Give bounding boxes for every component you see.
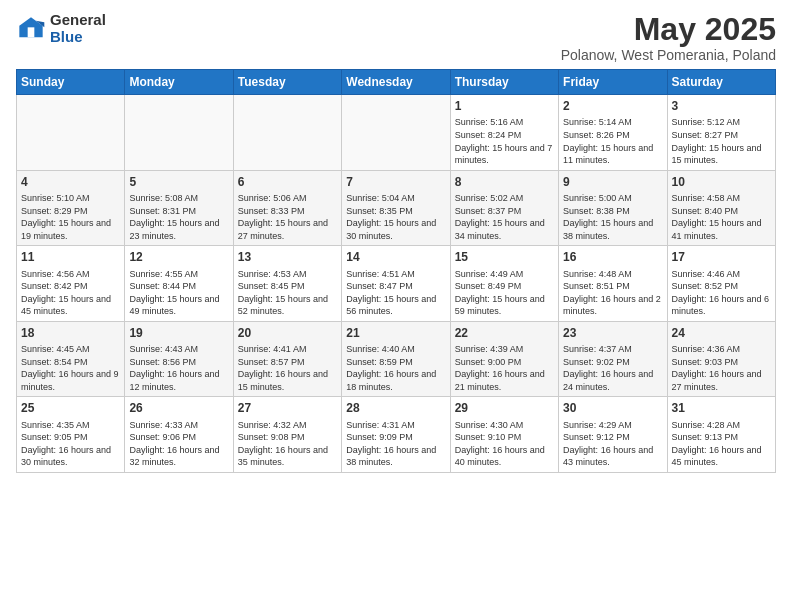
header-tuesday: Tuesday <box>233 70 341 95</box>
calendar-table: Sunday Monday Tuesday Wednesday Thursday… <box>16 69 776 473</box>
day-info: Sunrise: 4:45 AM Sunset: 8:54 PM Dayligh… <box>21 343 120 393</box>
day-cell: 28Sunrise: 4:31 AM Sunset: 9:09 PM Dayli… <box>342 397 450 473</box>
day-number: 1 <box>455 98 554 114</box>
logo-icon <box>16 14 46 44</box>
day-number: 30 <box>563 400 662 416</box>
calendar-subtitle: Polanow, West Pomerania, Poland <box>561 47 776 63</box>
day-info: Sunrise: 4:51 AM Sunset: 8:47 PM Dayligh… <box>346 268 445 318</box>
day-info: Sunrise: 4:53 AM Sunset: 8:45 PM Dayligh… <box>238 268 337 318</box>
day-info: Sunrise: 4:36 AM Sunset: 9:03 PM Dayligh… <box>672 343 771 393</box>
day-number: 4 <box>21 174 120 190</box>
day-cell: 24Sunrise: 4:36 AM Sunset: 9:03 PM Dayli… <box>667 321 775 397</box>
day-cell: 22Sunrise: 4:39 AM Sunset: 9:00 PM Dayli… <box>450 321 558 397</box>
day-number: 27 <box>238 400 337 416</box>
day-info: Sunrise: 5:06 AM Sunset: 8:33 PM Dayligh… <box>238 192 337 242</box>
day-info: Sunrise: 4:49 AM Sunset: 8:49 PM Dayligh… <box>455 268 554 318</box>
day-cell: 16Sunrise: 4:48 AM Sunset: 8:51 PM Dayli… <box>559 246 667 322</box>
day-cell: 15Sunrise: 4:49 AM Sunset: 8:49 PM Dayli… <box>450 246 558 322</box>
day-info: Sunrise: 4:29 AM Sunset: 9:12 PM Dayligh… <box>563 419 662 469</box>
day-cell: 6Sunrise: 5:06 AM Sunset: 8:33 PM Daylig… <box>233 170 341 246</box>
day-number: 18 <box>21 325 120 341</box>
day-number: 10 <box>672 174 771 190</box>
day-info: Sunrise: 4:58 AM Sunset: 8:40 PM Dayligh… <box>672 192 771 242</box>
day-number: 9 <box>563 174 662 190</box>
day-cell: 9Sunrise: 5:00 AM Sunset: 8:38 PM Daylig… <box>559 170 667 246</box>
day-cell: 8Sunrise: 5:02 AM Sunset: 8:37 PM Daylig… <box>450 170 558 246</box>
header-wednesday: Wednesday <box>342 70 450 95</box>
logo: General Blue <box>16 12 106 45</box>
day-cell: 18Sunrise: 4:45 AM Sunset: 8:54 PM Dayli… <box>17 321 125 397</box>
week-row-1: 1Sunrise: 5:16 AM Sunset: 8:24 PM Daylig… <box>17 95 776 171</box>
day-info: Sunrise: 5:10 AM Sunset: 8:29 PM Dayligh… <box>21 192 120 242</box>
day-info: Sunrise: 4:56 AM Sunset: 8:42 PM Dayligh… <box>21 268 120 318</box>
week-row-2: 4Sunrise: 5:10 AM Sunset: 8:29 PM Daylig… <box>17 170 776 246</box>
day-number: 16 <box>563 249 662 265</box>
day-info: Sunrise: 5:00 AM Sunset: 8:38 PM Dayligh… <box>563 192 662 242</box>
day-info: Sunrise: 4:37 AM Sunset: 9:02 PM Dayligh… <box>563 343 662 393</box>
day-number: 11 <box>21 249 120 265</box>
day-cell: 25Sunrise: 4:35 AM Sunset: 9:05 PM Dayli… <box>17 397 125 473</box>
day-number: 23 <box>563 325 662 341</box>
logo-text: General Blue <box>50 12 106 45</box>
day-cell: 20Sunrise: 4:41 AM Sunset: 8:57 PM Dayli… <box>233 321 341 397</box>
day-info: Sunrise: 5:08 AM Sunset: 8:31 PM Dayligh… <box>129 192 228 242</box>
day-number: 12 <box>129 249 228 265</box>
day-info: Sunrise: 4:31 AM Sunset: 9:09 PM Dayligh… <box>346 419 445 469</box>
day-cell: 23Sunrise: 4:37 AM Sunset: 9:02 PM Dayli… <box>559 321 667 397</box>
day-cell <box>233 95 341 171</box>
day-info: Sunrise: 5:16 AM Sunset: 8:24 PM Dayligh… <box>455 116 554 166</box>
day-number: 31 <box>672 400 771 416</box>
day-number: 24 <box>672 325 771 341</box>
day-cell: 2Sunrise: 5:14 AM Sunset: 8:26 PM Daylig… <box>559 95 667 171</box>
day-number: 7 <box>346 174 445 190</box>
day-cell: 27Sunrise: 4:32 AM Sunset: 9:08 PM Dayli… <box>233 397 341 473</box>
day-cell <box>17 95 125 171</box>
title-block: May 2025 Polanow, West Pomerania, Poland <box>561 12 776 63</box>
day-cell: 12Sunrise: 4:55 AM Sunset: 8:44 PM Dayli… <box>125 246 233 322</box>
day-cell <box>125 95 233 171</box>
day-info: Sunrise: 4:43 AM Sunset: 8:56 PM Dayligh… <box>129 343 228 393</box>
day-number: 15 <box>455 249 554 265</box>
week-row-4: 18Sunrise: 4:45 AM Sunset: 8:54 PM Dayli… <box>17 321 776 397</box>
header-friday: Friday <box>559 70 667 95</box>
day-number: 3 <box>672 98 771 114</box>
day-cell: 7Sunrise: 5:04 AM Sunset: 8:35 PM Daylig… <box>342 170 450 246</box>
day-info: Sunrise: 4:28 AM Sunset: 9:13 PM Dayligh… <box>672 419 771 469</box>
day-number: 29 <box>455 400 554 416</box>
day-cell: 5Sunrise: 5:08 AM Sunset: 8:31 PM Daylig… <box>125 170 233 246</box>
svg-rect-2 <box>28 27 35 37</box>
day-cell: 11Sunrise: 4:56 AM Sunset: 8:42 PM Dayli… <box>17 246 125 322</box>
day-info: Sunrise: 5:14 AM Sunset: 8:26 PM Dayligh… <box>563 116 662 166</box>
day-number: 14 <box>346 249 445 265</box>
day-cell: 31Sunrise: 4:28 AM Sunset: 9:13 PM Dayli… <box>667 397 775 473</box>
days-header-row: Sunday Monday Tuesday Wednesday Thursday… <box>17 70 776 95</box>
day-number: 17 <box>672 249 771 265</box>
day-cell: 3Sunrise: 5:12 AM Sunset: 8:27 PM Daylig… <box>667 95 775 171</box>
header-sunday: Sunday <box>17 70 125 95</box>
day-cell: 10Sunrise: 4:58 AM Sunset: 8:40 PM Dayli… <box>667 170 775 246</box>
day-cell: 26Sunrise: 4:33 AM Sunset: 9:06 PM Dayli… <box>125 397 233 473</box>
day-number: 25 <box>21 400 120 416</box>
day-cell: 29Sunrise: 4:30 AM Sunset: 9:10 PM Dayli… <box>450 397 558 473</box>
day-info: Sunrise: 4:55 AM Sunset: 8:44 PM Dayligh… <box>129 268 228 318</box>
header-thursday: Thursday <box>450 70 558 95</box>
day-cell: 19Sunrise: 4:43 AM Sunset: 8:56 PM Dayli… <box>125 321 233 397</box>
week-row-3: 11Sunrise: 4:56 AM Sunset: 8:42 PM Dayli… <box>17 246 776 322</box>
logo-general-text: General <box>50 12 106 29</box>
day-info: Sunrise: 4:32 AM Sunset: 9:08 PM Dayligh… <box>238 419 337 469</box>
day-info: Sunrise: 4:33 AM Sunset: 9:06 PM Dayligh… <box>129 419 228 469</box>
day-info: Sunrise: 4:41 AM Sunset: 8:57 PM Dayligh… <box>238 343 337 393</box>
day-cell: 21Sunrise: 4:40 AM Sunset: 8:59 PM Dayli… <box>342 321 450 397</box>
header: General Blue May 2025 Polanow, West Pome… <box>16 12 776 63</box>
calendar-page: General Blue May 2025 Polanow, West Pome… <box>0 0 792 612</box>
day-number: 21 <box>346 325 445 341</box>
day-info: Sunrise: 5:04 AM Sunset: 8:35 PM Dayligh… <box>346 192 445 242</box>
day-cell: 1Sunrise: 5:16 AM Sunset: 8:24 PM Daylig… <box>450 95 558 171</box>
day-cell: 4Sunrise: 5:10 AM Sunset: 8:29 PM Daylig… <box>17 170 125 246</box>
day-cell: 30Sunrise: 4:29 AM Sunset: 9:12 PM Dayli… <box>559 397 667 473</box>
week-row-5: 25Sunrise: 4:35 AM Sunset: 9:05 PM Dayli… <box>17 397 776 473</box>
day-number: 6 <box>238 174 337 190</box>
day-number: 20 <box>238 325 337 341</box>
day-cell: 17Sunrise: 4:46 AM Sunset: 8:52 PM Dayli… <box>667 246 775 322</box>
day-cell <box>342 95 450 171</box>
